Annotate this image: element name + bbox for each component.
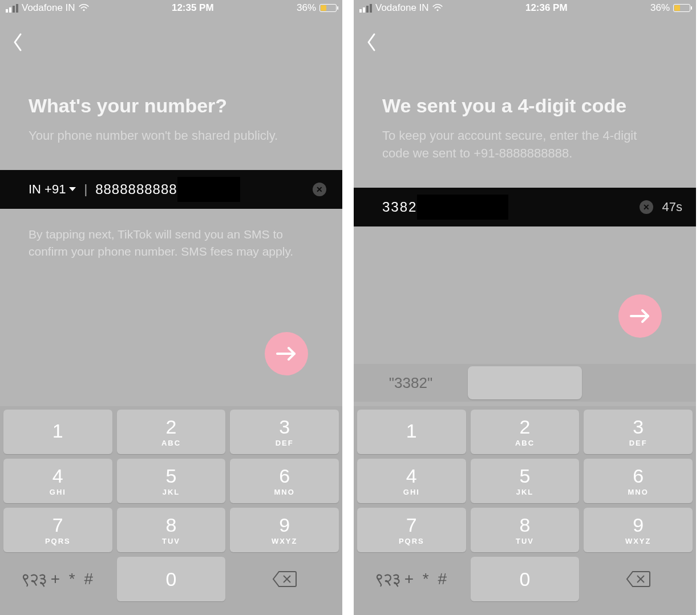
key-4[interactable]: 4GHI (357, 459, 466, 503)
key-3[interactable]: 3DEF (230, 410, 339, 454)
page-title: We sent you a 4-digit code (382, 95, 667, 117)
backspace-icon (272, 571, 297, 588)
key-6[interactable]: 6MNO (584, 459, 693, 503)
page-subtitle: Your phone number won't be shared public… (29, 127, 314, 145)
key-0[interactable]: 0 (471, 557, 580, 601)
svg-point-4 (436, 9, 438, 11)
back-button[interactable] (365, 44, 378, 54)
battery-percent: 36% (297, 2, 316, 14)
key-9[interactable]: 9WXYZ (230, 508, 339, 552)
country-code-label: IN +91 (29, 182, 66, 197)
carrier-label: Vodafone IN (375, 2, 429, 14)
battery-icon (673, 4, 690, 12)
clear-input-button[interactable]: ✕ (640, 200, 653, 214)
suggestion-item[interactable]: "3382" (354, 374, 468, 392)
key-globe[interactable]: ९२३+ * # (3, 557, 112, 601)
clock: 12:35 PM (172, 2, 214, 14)
key-8[interactable]: 8TUV (117, 508, 226, 552)
key-5[interactable]: 5JKL (117, 459, 226, 503)
carrier-label: Vodafone IN (22, 2, 75, 14)
backspace-icon (626, 571, 651, 588)
code-input-row[interactable]: 3382 ✕ 47s (354, 188, 696, 226)
status-bar: Vodafone IN 12:36 PM 36% (354, 0, 696, 16)
country-code-selector[interactable]: IN +91 (29, 182, 76, 197)
signal-icon (359, 4, 372, 13)
helper-text: By tapping next, TikTok will send you an… (0, 209, 342, 261)
screen-code-entry: Vodafone IN 12:36 PM 36% We sent you a 4… (354, 0, 696, 615)
key-8[interactable]: 8TUV (471, 508, 580, 552)
key-5[interactable]: 5JKL (471, 459, 580, 503)
key-3[interactable]: 3DEF (584, 410, 693, 454)
battery-icon (319, 4, 337, 12)
key-delete[interactable] (230, 557, 339, 601)
numeric-keypad: 1 2ABC 3DEF 4GHI 5JKL 6MNO 7PQRS 8TUV 9W… (354, 406, 696, 615)
key-0[interactable]: 0 (117, 557, 226, 601)
chevron-down-icon (69, 187, 76, 191)
clear-input-button[interactable]: ✕ (313, 183, 326, 196)
divider: | (84, 182, 87, 197)
clock: 12:36 PM (525, 2, 568, 14)
signal-icon (6, 4, 18, 13)
key-6[interactable]: 6MNO (230, 459, 339, 503)
redacted-block (417, 195, 508, 220)
page-subtitle: To keep your account secure, enter the 4… (382, 127, 667, 163)
wifi-icon (432, 4, 443, 12)
key-1[interactable]: 1 (357, 410, 466, 454)
redacted-block (177, 177, 240, 202)
key-9[interactable]: 9WXYZ (584, 508, 693, 552)
key-delete[interactable] (584, 557, 693, 601)
key-7[interactable]: 7PQRS (3, 508, 112, 552)
numeric-keypad: 1 2ABC 3DEF 4GHI 5JKL 6MNO 7PQRS 8TUV 9W… (0, 406, 342, 615)
phone-input-row[interactable]: IN +91 | 8888888888 ✕ (0, 170, 342, 209)
key-7[interactable]: 7PQRS (357, 508, 466, 552)
key-2[interactable]: 2ABC (117, 410, 226, 454)
keyboard-suggestion-bar: "3382" (354, 364, 696, 402)
svg-point-0 (83, 9, 84, 11)
key-1[interactable]: 1 (3, 410, 112, 454)
key-4[interactable]: 4GHI (3, 459, 112, 503)
battery-percent: 36% (650, 2, 670, 14)
status-bar: Vodafone IN 12:35 PM 36% (0, 0, 342, 16)
suggestion-center[interactable] (468, 366, 582, 399)
back-button[interactable] (11, 44, 24, 54)
resend-timer: 47s (662, 200, 682, 215)
screen-phone-entry: Vodafone IN 12:35 PM 36% What's your num… (0, 0, 342, 615)
code-value[interactable]: 3382 (382, 199, 417, 215)
phone-number-value[interactable]: 8888888888 (95, 181, 177, 197)
key-2[interactable]: 2ABC (471, 410, 580, 454)
next-button[interactable] (265, 332, 308, 375)
key-globe[interactable]: ९२३+ * # (357, 557, 466, 601)
wifi-icon (79, 4, 89, 12)
next-button[interactable] (618, 294, 662, 338)
page-title: What's your number? (29, 95, 314, 117)
